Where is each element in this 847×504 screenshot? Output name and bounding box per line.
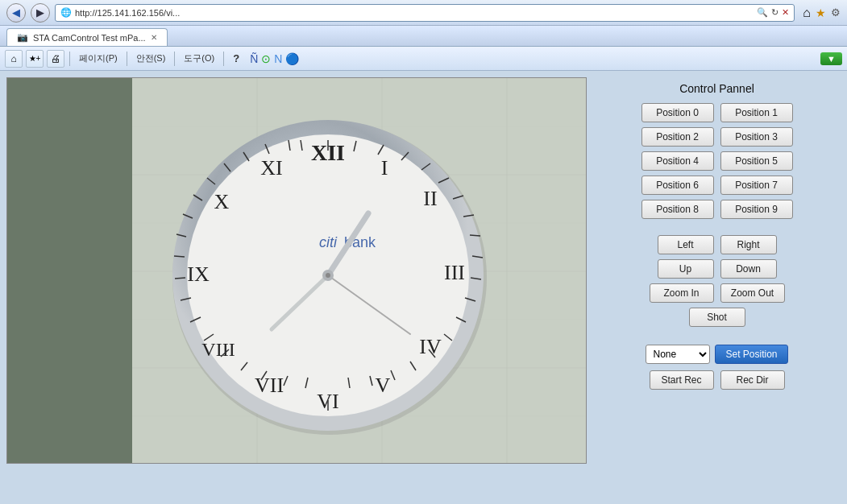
forward-button[interactable]: ▶ xyxy=(31,3,50,23)
position-7-button[interactable]: Position 7 xyxy=(720,176,793,195)
tab-favicon: 📷 xyxy=(17,32,28,43)
svg-text:IV: IV xyxy=(419,335,442,358)
position-2-button[interactable]: Position 2 xyxy=(641,127,714,147)
help-btn[interactable]: ? xyxy=(229,51,243,66)
address-icon: 🌐 xyxy=(60,7,72,18)
position-row-2: Position 4 Position 5 xyxy=(641,151,793,171)
green-dropdown-btn[interactable]: ▼ xyxy=(820,52,842,65)
back-button[interactable]: ◀ xyxy=(6,3,26,23)
control-panel-title: Control Pannel xyxy=(679,82,754,95)
addon-icon-3: N xyxy=(274,52,282,65)
svg-line-56 xyxy=(175,278,185,279)
browser-titlebar: ◀ ▶ 🌐 http://125.141.162.156/vi... 🔍 ↻ ✕… xyxy=(0,0,847,26)
svg-text:XI: XI xyxy=(260,156,282,180)
svg-line-36 xyxy=(470,235,480,236)
svg-text:IX: IX xyxy=(187,262,210,286)
position-8-button[interactable]: Position 8 xyxy=(641,200,714,219)
position-row-3: Position 6 Position 7 xyxy=(641,176,793,195)
svg-text:I: I xyxy=(381,156,388,180)
position-row-1: Position 2 Position 3 xyxy=(641,127,793,147)
tab-label: STA CamControl Test mPa... xyxy=(33,33,146,43)
start-rec-button[interactable]: Start Rec xyxy=(650,370,714,390)
safety-menu[interactable]: 안전(S) xyxy=(132,51,170,66)
right-button[interactable]: Right xyxy=(720,235,777,254)
svg-text:VIII: VIII xyxy=(201,339,235,360)
svg-text:citi: citi xyxy=(319,234,338,250)
toolbar-sep2 xyxy=(127,52,127,66)
home-toolbar-btn[interactable]: ⌂ xyxy=(5,50,23,68)
svg-text:V: V xyxy=(376,374,391,397)
toolbar-sep4 xyxy=(223,52,224,66)
refresh-icon[interactable]: ↻ xyxy=(771,7,778,18)
addon-icon-1: Ñ xyxy=(250,52,258,65)
camera-view: XII I II III IV V VI VII VIII IX xyxy=(6,77,587,464)
set-position-button[interactable]: Set Position xyxy=(715,345,787,364)
address-text: http://125.141.162.156/vi... xyxy=(75,8,754,18)
position-1-button[interactable]: Position 1 xyxy=(720,103,793,122)
position-3-button[interactable]: Position 3 xyxy=(720,127,793,147)
search-icon: 🔍 xyxy=(757,7,768,18)
active-tab[interactable]: 📷 STA CamControl Test mPa... ✕ xyxy=(6,28,168,46)
position-row-4: Position 8 Position 9 xyxy=(641,200,793,219)
zoom-row: Zoom In Zoom Out xyxy=(650,283,785,303)
rec-dir-button[interactable]: Rec Dir xyxy=(720,370,785,390)
page-menu[interactable]: 페이지(P) xyxy=(75,51,122,66)
shot-row: Shot xyxy=(689,308,745,327)
svg-rect-1 xyxy=(7,78,132,464)
toolbar-sep1 xyxy=(69,52,70,66)
down-button[interactable]: Down xyxy=(720,259,777,279)
stop-icon[interactable]: ✕ xyxy=(782,7,789,18)
toolbar: ⌂ ★+ 🖨 페이지(P) 안전(S) 도구(O) ? Ñ ⊙ N 🔵 ▼ xyxy=(0,47,847,71)
add-favorites-btn[interactable]: ★+ xyxy=(26,50,44,68)
settings-icon[interactable]: ⚙ xyxy=(831,6,841,19)
position-9-button[interactable]: Position 9 xyxy=(720,200,793,219)
home-icon[interactable]: ⌂ xyxy=(803,6,811,20)
position-row-0: Position 0 Position 1 xyxy=(641,103,793,122)
addon-icons: Ñ ⊙ N 🔵 xyxy=(250,52,299,65)
clock-container: XII I II III IV V VI VII VIII IX xyxy=(7,78,586,463)
position-select[interactable]: None xyxy=(646,345,710,364)
up-button[interactable]: Up xyxy=(658,259,714,279)
addon-icon-4: 🔵 xyxy=(285,52,299,65)
position-4-button[interactable]: Position 4 xyxy=(641,151,714,171)
tools-menu[interactable]: 도구(O) xyxy=(180,51,218,66)
zoom-out-button[interactable]: Zoom Out xyxy=(720,283,785,303)
toolbar-sep3 xyxy=(174,52,175,66)
position-5-button[interactable]: Position 5 xyxy=(720,151,793,171)
shot-button[interactable]: Shot xyxy=(689,308,745,327)
tab-close-button[interactable]: ✕ xyxy=(151,33,157,42)
svg-text:X: X xyxy=(214,190,230,213)
print-btn[interactable]: 🖨 xyxy=(47,50,64,68)
main-content: XII I II III IV V VI VII VIII IX xyxy=(0,71,847,504)
favorites-icon[interactable]: ★ xyxy=(816,6,826,19)
svg-line-57 xyxy=(174,256,185,257)
direction-lr-row: Left Right xyxy=(658,235,777,254)
addon-icon-2: ⊙ xyxy=(261,52,271,65)
svg-text:III: III xyxy=(444,261,465,284)
recording-row: Start Rec Rec Dir xyxy=(650,370,785,390)
position-6-button[interactable]: Position 6 xyxy=(641,176,714,195)
set-position-row: None Set Position xyxy=(646,345,787,364)
direction-ud-row: Up Down xyxy=(658,259,777,279)
tab-bar: 📷 STA CamControl Test mPa... ✕ xyxy=(0,26,847,47)
svg-point-73 xyxy=(326,273,330,278)
control-panel: Control Pannel Position 0 Position 1 Pos… xyxy=(593,77,841,498)
position-0-button[interactable]: Position 0 xyxy=(641,103,714,122)
svg-text:II: II xyxy=(423,187,437,210)
address-bar[interactable]: 🌐 http://125.141.162.156/vi... 🔍 ↻ ✕ xyxy=(55,4,795,22)
svg-text:VII: VII xyxy=(255,374,284,397)
left-button[interactable]: Left xyxy=(658,235,714,254)
zoom-in-button[interactable]: Zoom In xyxy=(650,283,714,303)
